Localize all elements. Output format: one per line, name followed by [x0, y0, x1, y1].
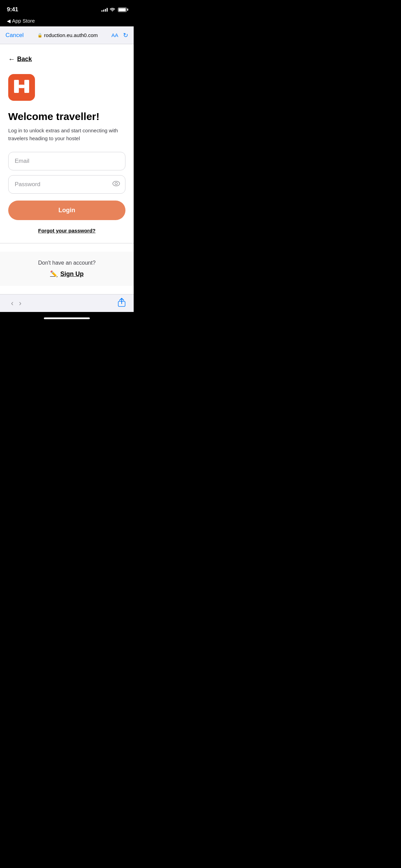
home-bar	[44, 317, 90, 319]
appstore-back-arrow-icon: ◀	[7, 18, 11, 24]
status-bar: 9:41	[0, 0, 134, 17]
svg-rect-2	[19, 85, 24, 88]
refresh-icon[interactable]: ↻	[123, 32, 128, 39]
browser-cancel-button[interactable]: Cancel	[5, 32, 24, 39]
signup-label: Sign Up	[60, 270, 84, 278]
no-account-text: Don't have an account?	[8, 260, 125, 266]
signal-icon	[101, 8, 108, 12]
browser-actions: AA ↻	[111, 32, 128, 39]
password-wrapper	[8, 175, 125, 194]
url-bar: 🔒 roduction.eu.auth0.com	[28, 32, 107, 38]
logo-letter	[13, 79, 30, 96]
password-input[interactable]	[8, 175, 125, 194]
share-button[interactable]	[118, 298, 125, 309]
signup-section: Don't have an account? ✏️ Sign Up	[0, 252, 134, 286]
status-icons	[101, 7, 127, 12]
login-button[interactable]: Login	[8, 201, 125, 220]
browser-toolbar: ‹ ›	[0, 294, 134, 312]
main-content: ← Back Welcome traveller! Log in to unlo…	[0, 44, 134, 294]
back-nav-button[interactable]: ‹	[8, 298, 16, 309]
forward-nav-button[interactable]: ›	[16, 298, 24, 309]
svg-rect-1	[24, 80, 29, 93]
svg-point-3	[113, 181, 120, 186]
divider	[0, 243, 134, 243]
url-text: roduction.eu.auth0.com	[44, 32, 98, 38]
browser-bar: Cancel 🔒 roduction.eu.auth0.com AA ↻	[0, 26, 134, 44]
welcome-subtitle: Log in to unlock extras and start connec…	[8, 127, 125, 142]
toggle-password-icon[interactable]	[112, 181, 120, 188]
back-arrow-icon: ←	[8, 55, 15, 63]
svg-rect-0	[14, 80, 19, 93]
app-logo	[8, 74, 35, 101]
text-size-button[interactable]: AA	[111, 32, 118, 38]
back-button[interactable]: ← Back	[8, 55, 125, 63]
email-input[interactable]	[8, 152, 125, 170]
back-label: Back	[17, 56, 32, 63]
appstore-bar: ◀ App Store	[0, 17, 134, 26]
forgot-password-link[interactable]: Forgot your password?	[8, 228, 125, 233]
appstore-back-label[interactable]: App Store	[12, 18, 35, 24]
battery-icon	[118, 8, 127, 12]
pencil-icon: ✏️	[50, 270, 58, 278]
home-indicator	[0, 312, 134, 324]
svg-point-4	[115, 182, 118, 185]
welcome-title: Welcome traveller!	[8, 110, 125, 123]
wifi-icon	[110, 7, 115, 12]
status-time: 9:41	[7, 6, 18, 13]
lock-icon: 🔒	[37, 33, 42, 38]
signup-link[interactable]: ✏️ Sign Up	[50, 270, 84, 278]
